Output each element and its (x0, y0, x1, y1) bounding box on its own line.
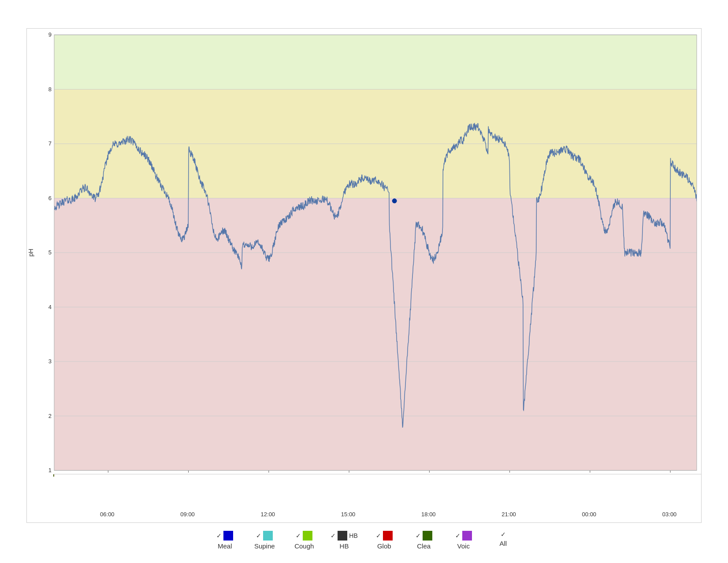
chart-svg: 123456789pH (27, 29, 701, 474)
legend-label-hb: HB (340, 542, 349, 550)
legend-color-supine (263, 531, 273, 541)
svg-text:7: 7 (48, 140, 52, 147)
legend-item-all[interactable]: ✓All (490, 531, 516, 547)
legend-color-glob (383, 531, 393, 541)
svg-text:3: 3 (48, 358, 52, 365)
legend-item-supine[interactable]: ✓Supine (251, 531, 278, 550)
legend-label-meal: Meal (218, 542, 232, 550)
svg-text:8: 8 (48, 86, 52, 93)
x-tick-2100: 21:00 (501, 511, 516, 518)
legend-check-cough: ✓ (296, 532, 301, 539)
svg-point-32 (392, 199, 397, 203)
legend-color-voic (462, 531, 472, 541)
legend-item-cough[interactable]: ✓Cough (291, 531, 317, 550)
legend-label-clea: Clea (417, 542, 431, 550)
svg-text:5: 5 (48, 249, 52, 256)
x-tick-1500: 15:00 (341, 511, 356, 518)
x-tick-0900: 09:00 (180, 511, 195, 518)
legend-check-supine: ✓ (256, 532, 261, 539)
legend-item-hb[interactable]: ✓HBHB (331, 531, 357, 550)
x-tick-0000: 00:00 (582, 511, 597, 518)
legend-label-supine: Supine (254, 542, 275, 550)
legend-check-voic: ✓ (455, 532, 461, 539)
svg-text:2: 2 (48, 413, 52, 419)
svg-text:1: 1 (48, 467, 52, 474)
legend-label-all: All (499, 540, 507, 547)
legend-check-meal: ✓ (216, 532, 222, 539)
legend: ✓Meal✓Supine✓Cough✓HBHB✓Glob✓Clea✓Voic✓A… (212, 523, 516, 554)
legend-label-cough: Cough (294, 542, 314, 550)
svg-text:6: 6 (48, 195, 52, 201)
legend-item-clea[interactable]: ✓Clea (411, 531, 437, 550)
legend-hb-text: HB (349, 532, 357, 539)
legend-color-clea (423, 531, 432, 541)
x-tick-0600: 06:00 (100, 511, 115, 518)
legend-item-meal[interactable]: ✓Meal (212, 531, 238, 550)
legend-check-hb: ✓ (331, 532, 336, 539)
legend-check-all: ✓ (501, 531, 506, 538)
chart-area: 123456789pH (27, 29, 701, 474)
legend-color-meal (223, 531, 233, 541)
svg-text:9: 9 (48, 31, 52, 38)
svg-text:4: 4 (48, 304, 52, 310)
svg-rect-3 (54, 198, 697, 471)
legend-check-clea: ✓ (416, 532, 421, 539)
legend-item-glob[interactable]: ✓Glob (371, 531, 397, 550)
event-bar-area (53, 474, 701, 509)
x-tick-1200: 12:00 (261, 511, 275, 518)
legend-label-voic: Voic (457, 542, 470, 550)
legend-row: ✓Meal✓Supine✓Cough✓HBHB✓Glob✓Clea✓Voic✓A… (212, 531, 516, 550)
chart-container: 123456789pH 06:0009:0012:0015:0018:0021:… (26, 28, 702, 523)
x-axis: 06:0009:0012:0015:0018:0021:0000:0003:00 (53, 509, 701, 522)
legend-color-hb (338, 531, 347, 541)
x-tick-1800: 18:00 (421, 511, 436, 518)
svg-rect-1 (54, 35, 697, 89)
event-svg (53, 474, 701, 509)
legend-check-glob: ✓ (376, 532, 381, 539)
x-tick-0300: 03:00 (662, 511, 677, 518)
legend-item-voic[interactable]: ✓Voic (450, 531, 477, 550)
svg-text:pH: pH (27, 249, 34, 257)
legend-label-glob: Glob (377, 542, 391, 550)
legend-color-cough (303, 531, 312, 541)
